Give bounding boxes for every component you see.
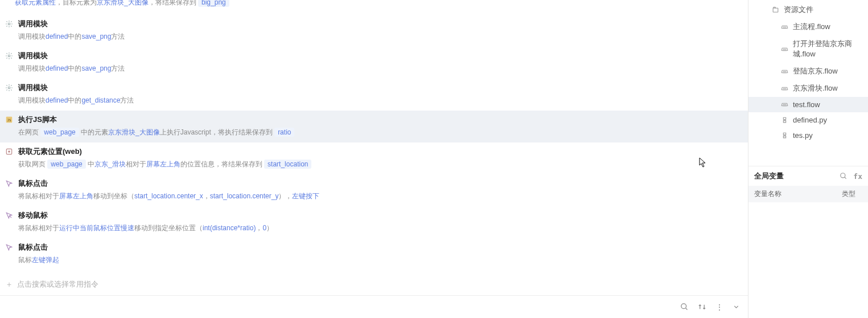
py-icon: [780, 132, 788, 140]
token: 左键按下: [292, 192, 319, 200]
tree-item[interactable]: 打开并登陆京东商城.flow: [748, 35, 868, 63]
variable-chip: web_page: [40, 128, 79, 137]
token: 获取元素属性: [15, 0, 56, 6]
sort-icon[interactable]: [698, 303, 706, 311]
step-title: 鼠标点击: [18, 242, 742, 253]
global-vars-panel: 全局变量 fx 变量名称 类型: [748, 166, 868, 202]
vars-table-header: 变量名称 类型: [748, 186, 868, 202]
step-desc: 获取网页 web_page 中京东_滑块相对于屏幕左上角的位置信息，将结果保存到…: [18, 158, 742, 170]
folder-icon: [771, 6, 779, 14]
step-desc: 获取元素属性，目标元素为京东滑块_大图像，将结果保存到 big_png: [15, 0, 742, 8]
file-tree: 资源文件主流程.flow打开并登陆京东商城.flow登陆京东.flow京东滑块.…: [748, 0, 868, 143]
flow-icon: [780, 67, 788, 75]
step-title: 调用模块: [18, 50, 742, 62]
add-step-row[interactable]: + 点击搜索或选择常用指令: [0, 274, 748, 295]
svg-point-0: [8, 23, 10, 25]
step-title: 鼠标点击: [18, 178, 742, 189]
token: 京东滑块_大图像: [97, 0, 149, 6]
tree-label: 登陆京东.flow: [793, 66, 838, 76]
step-desc: 调用模块defined中的save_png方法: [18, 63, 742, 74]
flow-icon: [780, 101, 788, 109]
tree-label: 主流程.flow: [793, 22, 830, 32]
step-desc: 在网页 web_page 中的元素京东滑块_大图像上执行Javascript，将…: [18, 127, 742, 138]
token: start_location.center_y: [210, 192, 279, 200]
variable-chip: ratio: [274, 128, 294, 137]
gear-icon: [5, 83, 14, 92]
step-title: 获取元素位置(web): [18, 146, 742, 157]
flow-icon: [780, 45, 788, 53]
step-desc: 鼠标左键弹起: [18, 254, 742, 266]
js-icon: JS: [5, 115, 14, 124]
token: 运行中当前鼠标位置慢速: [59, 224, 134, 232]
tree-label: defined.py: [793, 116, 827, 124]
tree-label: 京东滑块.flow: [793, 83, 838, 93]
step-row[interactable]: 调用模块调用模块defined中的get_distance方法: [0, 79, 748, 111]
bottom-toolbar: ⋮: [0, 295, 748, 318]
tree-item[interactable]: defined.py: [748, 112, 868, 128]
step-desc: 调用模块defined中的save_png方法: [18, 31, 742, 42]
search-icon[interactable]: [680, 303, 689, 311]
token: save_png: [81, 32, 111, 40]
step-row[interactable]: 鼠标点击将鼠标相对于屏幕左上角移动到坐标（start_location.cent…: [0, 174, 748, 206]
variable-chip: start_location: [264, 160, 311, 169]
sidebar: 资源文件主流程.flow打开并登陆京东商城.flow登陆京东.flow京东滑块.…: [748, 0, 868, 318]
token: defined: [46, 96, 68, 104]
step-row[interactable]: JS执行JS脚本在网页 web_page 中的元素京东滑块_大图像上执行Java…: [0, 111, 748, 142]
step-row[interactable]: 调用模块调用模块defined中的save_png方法: [0, 15, 748, 47]
token: save_png: [81, 64, 111, 72]
svg-line-8: [685, 308, 687, 309]
step-desc: 调用模块defined中的get_distance方法: [18, 95, 742, 106]
step-row[interactable]: 调用模块调用模块defined中的save_png方法: [0, 47, 748, 79]
more-icon[interactable]: ⋮: [715, 303, 723, 312]
token: start_location.center_x: [134, 192, 203, 200]
token: defined: [46, 32, 68, 40]
svg-point-10: [841, 173, 845, 177]
plus-icon: +: [7, 280, 11, 289]
token: 屏幕左上角: [59, 192, 93, 200]
variable-chip: web_page: [47, 160, 85, 169]
tree-item[interactable]: test.flow: [748, 97, 868, 112]
step-desc: 将鼠标相对于屏幕左上角移动到坐标（start_location.center_x…: [18, 190, 742, 202]
flow-icon: [780, 23, 788, 31]
move-icon: [5, 211, 14, 220]
main-panel: 获取元素信息 (web)获取元素属性，目标元素为京东滑块_大图像，将结果保存到 …: [0, 0, 748, 318]
tree-item[interactable]: 京东滑块.flow: [748, 80, 868, 97]
add-hint: 点击搜索或选择常用指令: [17, 279, 98, 290]
token: 京东_滑块: [94, 160, 126, 168]
tree-label: 资源文件: [784, 5, 813, 15]
vars-search-icon[interactable]: [840, 172, 848, 181]
tree-label: test.flow: [793, 100, 820, 109]
svg-point-2: [8, 87, 10, 89]
token: 屏幕左上角: [146, 160, 180, 168]
tree-label: tes.py: [793, 131, 813, 140]
vars-col-name: 变量名称: [748, 186, 836, 202]
vars-code-icon[interactable]: fx: [853, 172, 862, 181]
svg-point-1: [8, 55, 10, 57]
tree-label: 打开并登陆京东商城.flow: [793, 39, 863, 59]
token: 左键弹起: [32, 256, 59, 264]
step-row[interactable]: 鼠标点击鼠标左键弹起: [0, 238, 748, 270]
tree-item[interactable]: 资源文件: [748, 1, 868, 18]
tree-item[interactable]: 主流程.flow: [748, 18, 868, 35]
svg-point-6: [9, 151, 10, 152]
step-desc: 将鼠标相对于运行中当前鼠标位置慢速移动到指定坐标位置（int(distance*…: [18, 222, 742, 234]
svg-line-11: [845, 177, 846, 178]
step-title: 调用模块: [18, 82, 742, 93]
mouse-icon: [5, 179, 14, 188]
step-row[interactable]: 获取元素信息 (web)获取元素属性，目标元素为京东滑块_大图像，将结果保存到 …: [15, 0, 742, 8]
gear-icon: [5, 19, 14, 28]
token: get_distance: [81, 96, 120, 104]
chevron-down-icon[interactable]: [733, 303, 740, 311]
step-title: 移动鼠标: [18, 210, 742, 221]
py-icon: [780, 116, 788, 124]
vars-col-type: 类型: [836, 186, 868, 202]
mouse-icon: [5, 243, 14, 252]
svg-rect-9: [773, 8, 778, 12]
svg-point-7: [681, 304, 686, 309]
variable-chip: big_png: [198, 0, 229, 7]
step-row[interactable]: 移动鼠标将鼠标相对于运行中当前鼠标位置慢速移动到指定坐标位置（int(dista…: [0, 206, 748, 238]
tree-item[interactable]: 登陆京东.flow: [748, 63, 868, 80]
vars-header: 全局变量 fx: [748, 166, 868, 186]
tree-item[interactable]: tes.py: [748, 128, 868, 143]
step-row[interactable]: 获取元素位置(web)获取网页 web_page 中京东_滑块相对于屏幕左上角的…: [0, 142, 748, 174]
